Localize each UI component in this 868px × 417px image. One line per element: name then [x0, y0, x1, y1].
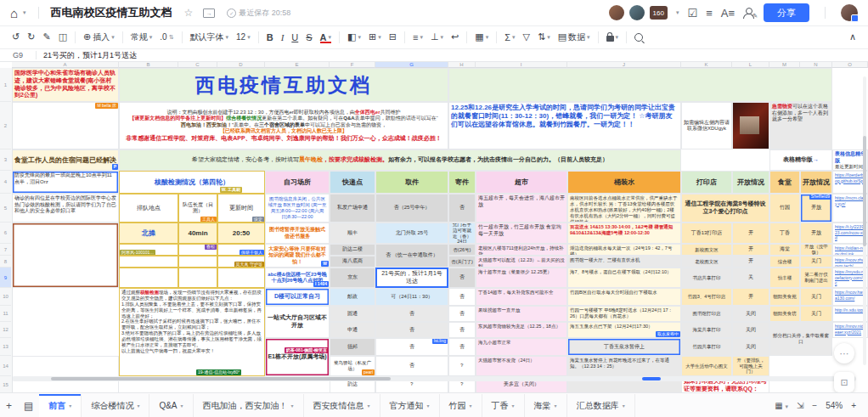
cell-r9c5[interactable]: abc楼&信远楼一区23号晚十点到26号晚八点封闭I 1404	[265, 268, 330, 288]
cell-r9c10[interactable]: 海7、8号楼水，需自己在楼下领取（24日12:10）	[567, 268, 681, 288]
cell-r7c13[interactable]: 海棠	[769, 244, 800, 256]
sheet-tab-西安疫情信息[interactable]: 西安疫情信息▾	[304, 394, 380, 417]
cell-r4c9[interactable]: 超市	[476, 171, 567, 194]
cell-r9c14[interactable]: 第二餐厅仅剩南门进出	[800, 268, 832, 288]
row-header-6[interactable]: 6	[0, 223, 11, 244]
italic-button[interactable]: I	[281, 32, 285, 42]
share-button[interactable]: 分享	[764, 3, 809, 22]
cell-r4c5[interactable]: 自习场所	[265, 171, 330, 194]
cell-r9c9[interactable]: 海十超市开放（菜量很少 12.25更）	[476, 268, 567, 288]
cell-r8c2[interactable]	[119, 256, 178, 268]
cell-r6c6[interactable]: 顺丰	[330, 223, 375, 244]
cell-r1c2[interactable]: 西电疫情互助文档	[119, 68, 448, 102]
cell-r1c8[interactable]	[448, 68, 832, 102]
sheet-tab-海棠[interactable]: 海棠▾	[525, 394, 567, 417]
photo-cell[interactable]	[732, 102, 769, 149]
cell-r6c13[interactable]: 丁香	[769, 223, 800, 244]
row-header-11[interactable]: 11	[0, 306, 11, 322]
cell-r2c8[interactable]: 12.25和12.26是研究生入学考试的时间，恳请同学们为考研的同学让出宝贵的就…	[448, 102, 681, 149]
font-color-button[interactable]: A▾	[320, 32, 331, 42]
hscroll-thumb[interactable]	[51, 377, 391, 380]
cell-r14c10[interactable]: 海棠玉泉水暂停上 百花昨晚送不过来了，在等通知。（12.23 14：25）	[567, 356, 681, 392]
cell-r4c11[interactable]: 打印店	[681, 171, 732, 194]
vscroll-thumb[interactable]	[863, 136, 866, 246]
cell-r4c8[interactable]: 寄件	[448, 171, 476, 194]
cell-r12c12[interactable]: 关闭	[732, 322, 769, 338]
sheet-tab-官方通知[interactable]: 官方通知▾	[380, 394, 440, 417]
collapse-toolbar-button[interactable]: ∧	[849, 31, 868, 42]
row-header-3[interactable]: 3	[0, 149, 11, 171]
cell-r6c4[interactable]: 20:50	[217, 223, 265, 244]
row-header-15[interactable]: 15	[0, 376, 11, 393]
cell-r5c1[interactable]: 确诊的有四位是在学校旁边的国际医学中心发热门诊做的核酸检测，所以请同学们为了自己…	[12, 194, 119, 223]
cell-r10c13[interactable]: 朝阳美食苑	[769, 288, 800, 306]
cell-r6c10[interactable]: 百花送水 14&15 13:30-14:00，1&2号楼 楼管通知 9&10&1…	[567, 223, 681, 244]
cell-r2c13[interactable]: 急需物资可以在这个表格右侧添加，多一个人看到就多一分希望	[769, 102, 832, 149]
cell-r12c9[interactable]: 东风超市货物较为充足（12.25，18点）	[476, 322, 567, 338]
collaborator-count-badge[interactable]: 160	[650, 6, 668, 20]
protect-sheet-button[interactable]: ▾	[606, 32, 619, 42]
number-format-button[interactable]: 常规 ▾	[131, 31, 153, 43]
cell-r2c1[interactable]: M bella 席	[12, 102, 119, 149]
cell-r4c13[interactable]: 食堂	[769, 171, 800, 194]
column-headers[interactable]: ABCDEFGHIJKLMNO	[12, 61, 868, 68]
cell-r5c6[interactable]: 私发广场中通	[330, 194, 375, 223]
cell-r9c3[interactable]	[178, 268, 217, 288]
zoom-in-button[interactable]: +	[851, 401, 856, 410]
cell-r9c13[interactable]: 怡丰楼	[769, 268, 800, 288]
cell-r10c8[interactable]: 否	[448, 288, 476, 306]
cell-r4c6[interactable]: 快递点	[330, 171, 375, 194]
cell-r14c1[interactable]	[12, 356, 119, 392]
task-checkbox-icon[interactable]: ☑	[687, 7, 697, 20]
underline-button[interactable]: U	[291, 32, 298, 42]
move-to-folder-icon[interactable]: →	[203, 8, 215, 18]
formula-input[interactable]: 21号买的，预计1月1号送达	[37, 50, 137, 61]
clear-format-button[interactable]: ◫	[59, 31, 67, 42]
cell-r9c6[interactable]: 京东	[330, 268, 375, 288]
cell-r5c8[interactable]: 否	[448, 194, 476, 223]
cell-r7c12[interactable]: 开	[732, 244, 769, 256]
sheet-tab-前言[interactable]: 前言▾	[39, 394, 82, 417]
cell-r12c11[interactable]: 海棠共享打印	[681, 322, 732, 338]
cell-r5c3[interactable]: 队伍长度（目测）工具人	[178, 194, 217, 223]
cell-r5c5[interactable]: 图书馆信息库关闭，公共区域开放 B区开放时间 (周一至周五)8:00—22:00…	[265, 194, 330, 223]
edit-permission-icon[interactable]: ✎	[743, 8, 755, 19]
row-header-1[interactable]: 1	[0, 68, 11, 102]
cell-r11c12[interactable]: 关闭	[732, 306, 769, 322]
cell-r7c5[interactable]: 大家安心等待 只要怀有对知识的渴望 我们什么都不怕！W	[265, 244, 330, 268]
col-header-L[interactable]: L	[732, 61, 769, 68]
cell-r5c9[interactable]: 海五超市开，每天会进货，海八超市开放	[476, 194, 567, 223]
selected-cell[interactable]: 21号买的，预计1月1号送达	[375, 268, 448, 288]
cell-r7c9[interactable]: 老校区八楼等711便利店24h开放，持续补货	[476, 244, 567, 256]
cell-r10c5[interactable]: D楼可以正常自习	[265, 288, 330, 306]
cell-r10c10[interactable]: 竹园B区自行取水每天分时段自行下楼取水	[567, 288, 681, 306]
cell-r5c2[interactable]: 排队地点	[119, 194, 178, 223]
text-wrap-button[interactable]: ↩	[451, 31, 459, 42]
sheet-tab-Q&A[interactable]: Q&A▾	[149, 394, 193, 417]
cell-r7c8[interactable]: 否(26号)	[448, 244, 476, 256]
cell-r5c14[interactable]: 开放Sheffield9	[800, 194, 832, 223]
cell-r13c5[interactable]: E1栋不开放(原属考场)奶茶-081-德院-柳笑言	[265, 338, 330, 376]
row-header-13[interactable]: 13	[0, 338, 11, 356]
row-header-5[interactable]: 5	[0, 194, 11, 223]
cell-r14c12[interactable]: 开（要排队，可能晚上关门）	[732, 356, 769, 376]
cell-r8c4[interactable]: 莫天真 守护等	[217, 256, 265, 268]
cell-r6c7[interactable]: 北门外取 25号	[375, 223, 448, 244]
cell-r10c11[interactable]: 竹园3、4号打印店	[681, 288, 732, 306]
vertical-scrollbar[interactable]	[863, 76, 866, 365]
cell-r14c11[interactable]: 大学生活动中心图文	[681, 356, 732, 376]
cell-r7c7[interactable]: 否 （统一在中通取件）	[375, 244, 448, 268]
cell-r8c12[interactable]: 开	[732, 256, 769, 268]
font-size-select[interactable]: 12 ▾	[236, 32, 251, 42]
cell-r4c2[interactable]: 核酸检测情况（第四轮）W. 工具刷	[119, 171, 265, 194]
row-header-7[interactable]: 7	[0, 244, 11, 256]
cell-r14c9[interactable]: 天猫超市暂不发货（24日）	[476, 356, 567, 376]
cell-r4c14[interactable]: 开放情况	[800, 171, 832, 194]
user-avatar[interactable]	[841, 4, 858, 21]
cell-r6c1[interactable]	[12, 223, 119, 288]
cell-r7c14[interactable]: 开放（没中饭）	[800, 244, 832, 256]
text-settings-icon[interactable]: A≡	[721, 7, 735, 20]
data-button[interactable]: ▤ 数据 ▾	[558, 31, 590, 43]
col-header-B[interactable]: B	[119, 61, 178, 68]
col-header-J[interactable]: J	[567, 61, 681, 68]
